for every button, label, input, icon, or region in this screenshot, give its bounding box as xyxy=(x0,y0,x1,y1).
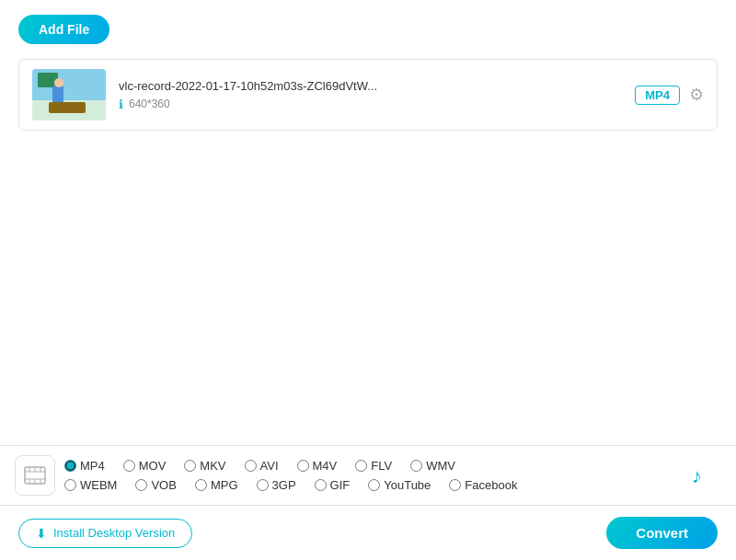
convert-button[interactable]: Convert xyxy=(606,517,718,549)
file-actions: MP4 ⚙ xyxy=(635,85,704,105)
file-meta: ℹ 640*360 xyxy=(119,97,622,111)
file-resolution: 640*360 xyxy=(129,97,170,110)
file-item: vlc-record-2022-01-17-10h52m03s-ZCl69dVt… xyxy=(18,59,718,131)
add-file-button[interactable]: Add File xyxy=(18,15,109,44)
svg-text:♪: ♪ xyxy=(692,464,702,487)
format-row-2: WEBM VOB MPG 3GP GIF YouTube xyxy=(64,478,672,492)
video-format-icon-box xyxy=(15,455,55,496)
format-flv[interactable]: FLV xyxy=(355,459,392,473)
format-vob[interactable]: VOB xyxy=(135,478,176,492)
bottom-section: MP4 MOV MKV AVI M4V FLV WM xyxy=(0,445,736,560)
format-wmv[interactable]: WMV xyxy=(410,459,455,473)
format-options: MP4 MOV MKV AVI M4V FLV WM xyxy=(64,459,672,492)
file-name: vlc-record-2022-01-17-10h52m03s-ZCl69dVt… xyxy=(119,79,560,93)
format-m4v[interactable]: M4V xyxy=(297,459,338,473)
file-info: vlc-record-2022-01-17-10h52m03s-ZCl69dVt… xyxy=(119,79,622,111)
format-mp4[interactable]: MP4 xyxy=(64,459,105,473)
format-3gp[interactable]: 3GP xyxy=(257,478,296,492)
install-button-label: Install Desktop Version xyxy=(53,526,175,540)
music-icon: ♪ xyxy=(688,463,714,488)
format-webm[interactable]: WEBM xyxy=(64,478,117,492)
settings-icon[interactable]: ⚙ xyxy=(689,85,704,105)
download-icon: ⬇ xyxy=(36,526,47,541)
format-mpg[interactable]: MPG xyxy=(195,478,238,492)
info-icon: ℹ xyxy=(119,97,123,111)
action-bar: ⬇ Install Desktop Version Convert xyxy=(0,506,736,560)
format-youtube[interactable]: YouTube xyxy=(368,478,431,492)
format-mkv[interactable]: MKV xyxy=(184,459,225,473)
format-gif[interactable]: GIF xyxy=(315,478,351,492)
content-area xyxy=(0,131,736,342)
film-icon xyxy=(23,463,47,487)
format-facebook[interactable]: Facebook xyxy=(449,478,517,492)
format-bar: MP4 MOV MKV AVI M4V FLV WM xyxy=(0,445,736,506)
format-mov[interactable]: MOV xyxy=(123,459,167,473)
format-avi[interactable]: AVI xyxy=(245,459,279,473)
file-format-badge: MP4 xyxy=(635,86,680,105)
file-thumbnail xyxy=(32,69,106,120)
music-icon-box[interactable]: ♪ xyxy=(681,455,721,496)
install-desktop-button[interactable]: ⬇ Install Desktop Version xyxy=(18,519,192,548)
top-area: Add File xyxy=(0,0,736,53)
format-row-1: MP4 MOV MKV AVI M4V FLV WM xyxy=(64,459,672,473)
